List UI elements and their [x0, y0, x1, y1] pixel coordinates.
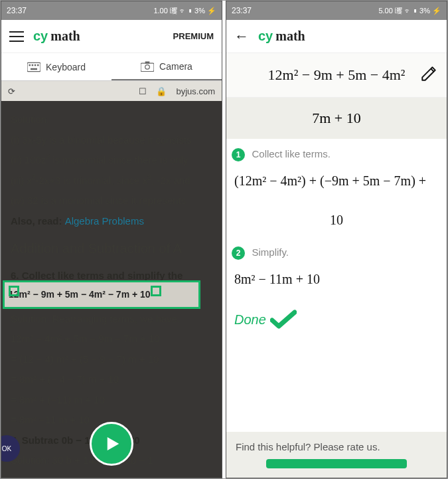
solution-steps: 1 Collect like terms. (12m² − 4m²) + (−9… — [226, 139, 447, 432]
page-content: Solution: (i) 3x-5y is a binomial becaus… — [1, 101, 222, 478]
lock-icon: 🔒 — [156, 86, 167, 96]
tab-camera-label: Camera — [159, 61, 192, 72]
svg-rect-0 — [27, 62, 40, 71]
checkmark-icon — [270, 310, 297, 330]
camera-view: ⟳ ☐ 🔒 byjus.com Solution: (i) 3x-5y is a… — [1, 81, 222, 478]
step-2[interactable]: 2 Simplify. — [232, 246, 441, 260]
rate-button[interactable] — [266, 459, 408, 468]
status-bar: 23:37 1.00 䂄 ᯤ ▮ 3% ⚡ — [1, 1, 222, 20]
step-1[interactable]: 1 Collect like terms. — [232, 148, 441, 161]
input-mode-tabs: Keyboard Camera — [1, 53, 222, 81]
camera-icon — [141, 61, 154, 72]
app-bar: ← cymath — [226, 20, 447, 53]
rate-prompt: Find this helpful? Please rate us. — [226, 432, 447, 478]
expression-text: 12m² − 9m + 5m − 4m² — [268, 66, 406, 83]
premium-button[interactable]: PREMIUM — [173, 31, 214, 41]
done-indicator: Done — [232, 299, 441, 335]
status-icons: 5.00 䂄 ᯤ ▮ 3% ⚡ — [378, 6, 441, 16]
edit-button[interactable] — [420, 65, 437, 86]
tab-camera[interactable]: Camera — [112, 53, 222, 80]
menu-icon[interactable] — [9, 31, 24, 42]
svg-rect-7 — [145, 61, 150, 63]
step-1-mathb: 10 — [232, 201, 441, 240]
logo: cymath — [33, 29, 83, 44]
refresh-icon: ⟳ — [8, 86, 15, 96]
app-bar: cymath PREMIUM — [1, 20, 222, 53]
back-button[interactable]: ← — [234, 28, 249, 45]
clock: 23:37 — [7, 6, 27, 15]
capture-rectangle[interactable]: 12m² − 9m + 5m − 4m² − 7m + 10 — [3, 280, 200, 309]
tab-keyboard-label: Keyboard — [46, 62, 86, 72]
step-1-math: (12m² − 4m²) + (−9m + 5m − 7m) + — [232, 161, 441, 201]
solution-screen: 23:37 5.00 䂄 ᯤ ▮ 3% ⚡ ← cymath 12m² − 9m… — [226, 1, 447, 478]
clock: 23:37 — [232, 6, 252, 15]
logo: cymath — [258, 29, 308, 44]
step-number: 2 — [232, 246, 245, 260]
browser-bar: ⟳ ☐ 🔒 byjus.com — [1, 81, 222, 101]
svg-rect-2 — [32, 64, 34, 66]
svg-rect-4 — [37, 64, 39, 66]
status-icons: 1.00 䂄 ᯤ ▮ 3% ⚡ — [153, 6, 216, 16]
status-bar: 23:37 5.00 䂄 ᯤ ▮ 3% ⚡ — [226, 1, 447, 20]
capture-button[interactable] — [90, 422, 133, 466]
url-text: byjus.com — [176, 86, 215, 96]
camera-screen: 23:37 1.00 䂄 ᯤ ▮ 3% ⚡ cymath PREMIUM Key… — [1, 1, 222, 478]
tab-keyboard[interactable]: Keyboard — [1, 53, 112, 80]
bookmark-icon: ☐ — [139, 86, 147, 96]
step-label: Simplify. — [252, 246, 289, 258]
svg-rect-5 — [31, 68, 37, 70]
svg-point-8 — [145, 64, 150, 69]
keyboard-icon — [27, 62, 40, 72]
result-expression: 7m + 10 — [226, 98, 447, 139]
step-2-math: 8m² − 11m + 10 — [232, 260, 441, 299]
step-number: 1 — [232, 148, 245, 161]
svg-rect-3 — [35, 64, 37, 66]
play-icon — [102, 434, 121, 454]
step-label: Collect like terms. — [252, 148, 330, 159]
input-expression: 12m² − 9m + 5m − 4m² — [226, 53, 447, 98]
pencil-icon — [420, 65, 437, 82]
rate-text: Find this helpful? Please rate us. — [236, 441, 437, 452]
svg-rect-1 — [29, 64, 31, 66]
